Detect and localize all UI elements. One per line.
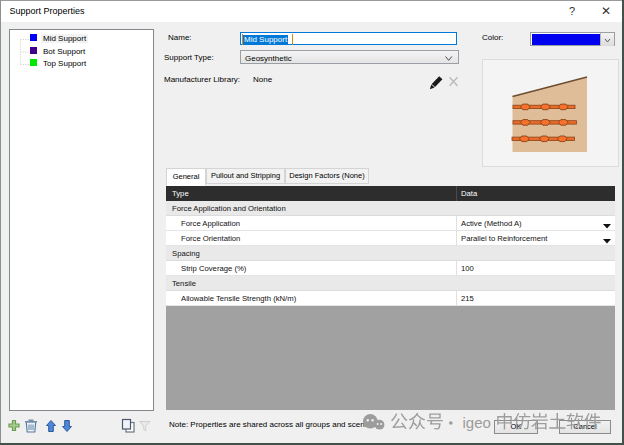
svg-text:igeo: igeo	[463, 414, 491, 431]
